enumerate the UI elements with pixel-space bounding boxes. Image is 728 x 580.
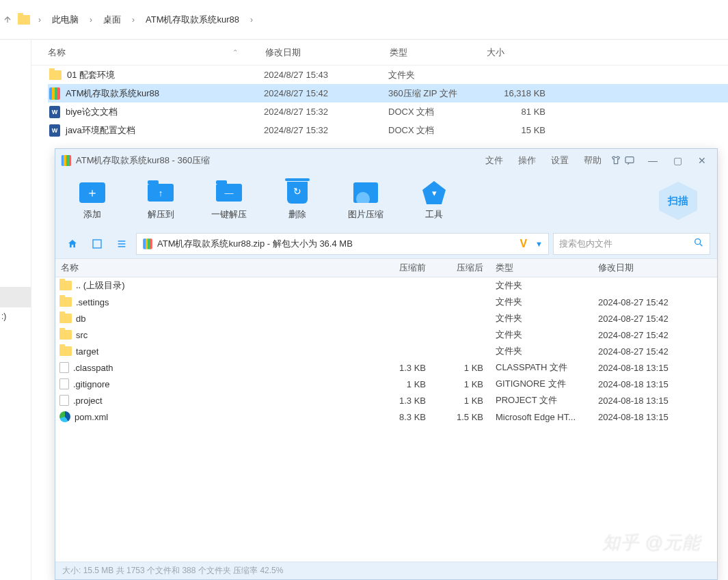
zip-file-type: GITIGNORE 文件 — [493, 378, 595, 390]
file-icon — [59, 362, 69, 373]
zh-name[interactable]: 名称 — [61, 262, 79, 273]
file-name: biye论文文档 — [66, 106, 118, 118]
vip-badge-icon[interactable]: V — [515, 238, 531, 250]
file-size: 16,318 KB — [485, 88, 550, 98]
zh-type[interactable]: 类型 — [496, 262, 513, 273]
breadcrumb-this-pc[interactable]: 此电脑 — [49, 11, 81, 29]
toolbar-one-click[interactable]: — 一键解压 — [204, 181, 254, 221]
minimize-button[interactable]: — — [643, 154, 662, 167]
file-icon — [59, 378, 69, 389]
breadcrumb-desktop[interactable]: 桌面 — [100, 11, 124, 29]
zip-window: ATM机存取款系统kur88 - 360压缩 文件 操作 设置 帮助 — ▢ ✕… — [55, 148, 718, 580]
zip-path-input-wrap[interactable]: ATM机存取款系统kur88.zip - 解包大小为 36.4 MB V ▼ — [136, 233, 549, 255]
folder-icon — [59, 330, 72, 340]
menu-help[interactable]: 帮助 — [576, 152, 609, 169]
menu-file[interactable]: 文件 — [478, 152, 511, 169]
svg-rect-1 — [93, 240, 101, 248]
folder-icon — [59, 314, 72, 323]
zip-file-type: 文件夹 — [493, 345, 595, 357]
zip-file-name: .. (上级目录) — [76, 279, 125, 292]
toolbar-delete[interactable]: 删除 — [273, 181, 322, 221]
zip-size-pre: 1.3 KB — [371, 363, 431, 373]
zip-file-row[interactable]: pom.xml8.3 KB1.5 KBMicrosoft Edge HT...2… — [55, 409, 717, 425]
file-name: ATM机存取款系统kur88 — [66, 87, 159, 100]
search-icon[interactable] — [693, 237, 704, 251]
zip-file-date: 2024-08-18 13:15 — [595, 396, 691, 406]
feedback-icon[interactable] — [623, 154, 636, 167]
maximize-button[interactable]: ▢ — [668, 154, 687, 167]
zip-file-name: .settings — [76, 297, 109, 307]
zip-file-row[interactable]: .project1.3 KB1 KBPROJECT 文件2024-08-18 1… — [55, 392, 717, 409]
zip-size-post: 1 KB — [431, 379, 493, 389]
zip-file-row[interactable]: .. (上级目录)文件夹 — [55, 277, 717, 294]
col-name-header[interactable]: 名称 — [48, 46, 66, 59]
dropdown-icon[interactable]: ▼ — [535, 240, 543, 248]
breadcrumb-folder[interactable]: ATM机存取款系统kur88 — [143, 11, 242, 29]
nav-home-button[interactable] — [62, 234, 83, 254]
zip-icon — [49, 87, 60, 100]
explorer-file-row[interactable]: Wjava环境配置文档2024/8/27 15:32DOCX 文档15 KB — [48, 121, 728, 139]
zip-file-name: .gitignore — [73, 379, 109, 389]
zh-post[interactable]: 压缩后 — [457, 262, 483, 273]
zip-file-date: 2024-08-18 13:15 — [595, 363, 691, 373]
col-type-header[interactable]: 类型 — [390, 47, 407, 57]
up-button[interactable] — [1, 10, 14, 30]
svg-rect-0 — [625, 157, 634, 163]
explorer-file-row[interactable]: 01 配套环境2024/8/27 15:43文件夹 — [48, 66, 728, 84]
view-grid-button[interactable] — [87, 234, 107, 254]
zip-file-name: src — [76, 330, 87, 340]
zip-statusbar: 大小: 15.5 MB 共 1753 个文件和 388 个文件夹 压缩率 42.… — [55, 562, 717, 579]
zip-file-row[interactable]: target文件夹2024-08-27 15:42 — [55, 343, 717, 359]
file-type: 360压缩 ZIP 文件 — [388, 87, 485, 100]
toolbar-extract-to[interactable]: ↑ 解压到 — [136, 181, 185, 221]
view-list-button[interactable] — [111, 234, 132, 254]
zip-file-name: db — [76, 314, 85, 324]
zip-titlebar[interactable]: ATM机存取款系统kur88 - 360压缩 文件 操作 设置 帮助 — ▢ ✕ — [55, 149, 717, 172]
toolbar-one-click-label: 一键解压 — [211, 208, 247, 221]
toolbar-delete-label: 删除 — [288, 208, 306, 221]
zip-file-type: 文件夹 — [493, 296, 595, 308]
menu-operate[interactable]: 操作 — [511, 152, 543, 169]
zip-search-input[interactable]: 搜索包内文件 — [553, 233, 710, 255]
zip-file-date: 2024-08-27 15:42 — [595, 330, 691, 340]
zh-date[interactable]: 修改日期 — [598, 262, 634, 273]
zip-file-row[interactable]: .classpath1.3 KB1 KBCLASSPATH 文件2024-08-… — [55, 359, 717, 376]
explorer-nav-strip: :) — [0, 40, 31, 580]
file-icon — [59, 395, 69, 406]
zh-pre[interactable]: 压缩前 — [399, 262, 426, 273]
zip-file-type: 文件夹 — [493, 312, 595, 324]
col-date-header[interactable]: 修改日期 — [265, 47, 301, 57]
nav-selected-row — [0, 287, 31, 307]
zip-app-icon — [62, 155, 71, 166]
menu-settings[interactable]: 设置 — [543, 152, 576, 169]
zip-file-row[interactable]: src文件夹2024-08-27 15:42 — [55, 327, 717, 343]
zip-file-row[interactable]: db文件夹2024-08-27 15:42 — [55, 310, 717, 327]
skin-icon[interactable] — [609, 154, 623, 167]
zip-file-date: 2024-08-18 13:15 — [595, 412, 691, 422]
zip-file-type: Microsoft Edge HT... — [493, 412, 595, 422]
zip-file-name: .classpath — [73, 363, 113, 373]
explorer-file-row[interactable]: Wbiye论文文档2024/8/27 15:32DOCX 文档81 KB — [48, 102, 728, 121]
explorer-file-list: 01 配套环境2024/8/27 15:43文件夹ATM机存取款系统kur882… — [0, 66, 728, 139]
edge-icon — [59, 411, 70, 422]
zip-file-type: CLASSPATH 文件 — [493, 361, 595, 374]
zip-file-row[interactable]: .settings文件夹2024-08-27 15:42 — [55, 294, 717, 310]
svg-point-2 — [695, 239, 701, 245]
toolbar-img-compress[interactable]: 图片压缩 — [341, 181, 390, 221]
nav-drive-label: :) — [1, 312, 6, 321]
zip-file-row[interactable]: .gitignore1 KB1 KBGITIGNORE 文件2024-08-18… — [55, 376, 717, 392]
scan-badge[interactable]: 扫描 — [651, 180, 705, 222]
toolbar-add[interactable]: ＋ 添加 — [68, 181, 117, 221]
folder-icon — [59, 297, 72, 307]
image-compress-icon — [353, 182, 378, 203]
toolbar-tools[interactable]: ▾ 工具 — [409, 181, 459, 221]
col-size-header[interactable]: 大小 — [487, 47, 504, 57]
one-click-icon: — — [216, 184, 242, 202]
breadcrumb-root-icon[interactable] — [18, 15, 30, 25]
explorer-column-headers: 名称 ⌃ 修改日期 类型 大小 — [0, 40, 728, 66]
zip-size-pre: 8.3 KB — [371, 412, 431, 422]
close-button[interactable]: ✕ — [692, 154, 712, 167]
toolbar-img-compress-label: 图片压缩 — [348, 208, 383, 221]
explorer-file-row[interactable]: ATM机存取款系统kur882024/8/27 15:42360压缩 ZIP 文… — [48, 84, 728, 102]
chevron-right-icon: › — [34, 15, 45, 25]
